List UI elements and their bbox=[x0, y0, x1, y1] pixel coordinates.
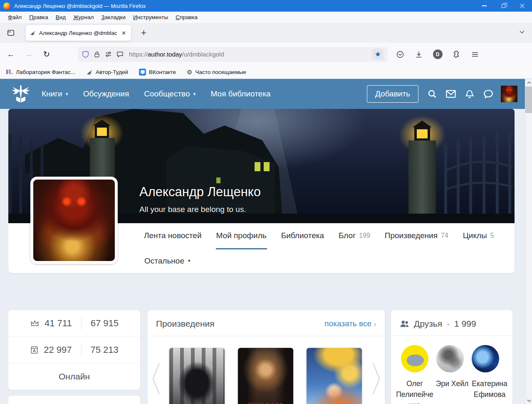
hamburger-icon bbox=[471, 51, 479, 58]
friends-names: Олег Пелипейченко Эри Хейл Екатерина Ефи… bbox=[391, 372, 512, 404]
bookmark-author-today[interactable]: Автор-Тудей bbox=[86, 69, 128, 76]
nav-my-library[interactable]: Моя библиотека bbox=[211, 89, 271, 99]
url-scheme: https:// bbox=[129, 51, 148, 58]
comments-button[interactable] bbox=[483, 89, 493, 99]
messages-button[interactable] bbox=[446, 90, 456, 98]
tab-blog[interactable]: Блог199 bbox=[338, 223, 371, 249]
new-tab-button[interactable]: + bbox=[138, 27, 150, 38]
menu-file[interactable]: Файл bbox=[4, 12, 25, 22]
scroll-up-button[interactable] bbox=[525, 79, 532, 86]
bookmark-label: Лаборатория Фантас... bbox=[16, 69, 75, 75]
firefox-view-button[interactable] bbox=[4, 26, 17, 39]
tab-more[interactable]: Остальное▾ bbox=[144, 256, 190, 266]
menu-edit[interactable]: Правка bbox=[25, 12, 52, 22]
bookmark-fantlab[interactable]: FL Лаборатория Фантас... bbox=[6, 69, 75, 75]
page-scrollbar[interactable] bbox=[525, 79, 532, 404]
restore-icon bbox=[502, 4, 505, 8]
app-menu-button[interactable] bbox=[468, 48, 482, 61]
notifications-button[interactable] bbox=[465, 89, 474, 99]
lock-icon[interactable] bbox=[94, 51, 100, 58]
menu-tools[interactable]: Инструменты bbox=[129, 12, 172, 22]
menu-history[interactable]: Журнал bbox=[69, 12, 97, 22]
book-cover[interactable]: ГОРОД ЗЛА bbox=[238, 348, 293, 404]
friend-name[interactable]: Олег Пелипейченко bbox=[396, 378, 433, 404]
stats-row-library: 22 997 75 213 bbox=[8, 337, 140, 363]
carousel-next-button[interactable] bbox=[371, 360, 382, 399]
window-title: Александр Лещенко @dmblackgold — Mozilla… bbox=[14, 3, 146, 9]
friend-name[interactable]: Екатерина Ефимова bbox=[471, 378, 508, 404]
tab-works[interactable]: Произведения74 bbox=[384, 223, 449, 249]
friend-avatar[interactable] bbox=[436, 345, 464, 372]
works-carousel: 13 НЕСЧАСТЛИВЫХ ФАКТОВ О ЧИСЛЕ ЗВЕРЯ ГОР… bbox=[148, 336, 385, 404]
permissions-icon[interactable] bbox=[105, 51, 112, 58]
menu-help[interactable]: Справка bbox=[172, 12, 201, 22]
friends-icon bbox=[399, 320, 409, 328]
menu-bar: Файл Правка Вид Журнал Закладки Инструме… bbox=[0, 12, 532, 23]
friends-avatars bbox=[391, 336, 512, 372]
scroll-down-button[interactable] bbox=[525, 397, 532, 404]
friends-header: Друзья · 1 999 bbox=[391, 310, 512, 335]
bookmark-star-icon[interactable]: ★ bbox=[372, 49, 384, 60]
tab-close-icon[interactable]: ✕ bbox=[120, 30, 127, 37]
profile-tabs-row2: Остальное▾ bbox=[144, 249, 190, 272]
chevron-left-icon bbox=[150, 360, 162, 397]
reload-button[interactable]: ↻ bbox=[40, 47, 54, 62]
tab-my-profile[interactable]: Мой профиль bbox=[216, 223, 267, 249]
nav-books[interactable]: Книги▾ bbox=[42, 89, 68, 99]
caret-down-icon: ▾ bbox=[188, 259, 191, 263]
scrollbar-thumb[interactable] bbox=[525, 86, 532, 113]
search-button[interactable] bbox=[428, 89, 437, 99]
show-all-link[interactable]: показать все› bbox=[324, 319, 376, 329]
extensions-button[interactable] bbox=[450, 48, 463, 61]
bookmark-label: ВКонтакте bbox=[149, 69, 176, 75]
nav-community[interactable]: Сообщество▾ bbox=[144, 89, 195, 99]
tab-title: Александр Лещенко @dmblac bbox=[39, 30, 117, 36]
url-path: /u/dmblackgold bbox=[182, 51, 224, 58]
menu-view[interactable]: Вид bbox=[52, 12, 69, 22]
chat-bubble-icon bbox=[483, 89, 493, 99]
tab-news-feed[interactable]: Лента новостей bbox=[144, 223, 202, 249]
forward-button[interactable]: → bbox=[22, 47, 36, 62]
left-sidebar: 41 711 67 915 22 997 75 213 Онлайн bbox=[8, 310, 140, 404]
back-button[interactable]: ← bbox=[4, 47, 18, 62]
account-button[interactable]: D bbox=[431, 48, 444, 61]
pocket-button[interactable] bbox=[393, 48, 407, 61]
chevron-right-icon: › bbox=[374, 319, 376, 329]
bookmark-most-visited[interactable]: ⚙ Часто посещаемые bbox=[187, 69, 246, 76]
bookmark-vk[interactable]: ВКонтакте bbox=[139, 69, 176, 76]
book-cover[interactable]: УГАДАЙ, КАКОГО ЦВЕТА ТРУСИКИ НА МНЕ? bbox=[307, 348, 362, 404]
friend-avatar[interactable] bbox=[401, 345, 428, 372]
tab-cycles[interactable]: Циклы5 bbox=[463, 223, 495, 249]
close-button[interactable] bbox=[513, 0, 532, 12]
url-bar[interactable]: https://author.today/u/dmblackgold ★ bbox=[78, 47, 388, 62]
toolbar-buttons: D bbox=[393, 48, 482, 61]
url-text: https://author.today/u/dmblackgold bbox=[129, 51, 224, 58]
user-avatar[interactable] bbox=[501, 86, 517, 102]
carousel-prev-button[interactable] bbox=[150, 360, 162, 399]
nav-discussions[interactable]: Обсуждения bbox=[83, 89, 129, 99]
site-nav: Книги▾ Обсуждения Сообщество▾ Моя библио… bbox=[42, 89, 270, 99]
tracking-shield-icon[interactable] bbox=[82, 51, 89, 58]
menu-bookmarks[interactable]: Закладки bbox=[98, 12, 129, 22]
friend-avatar[interactable] bbox=[472, 345, 499, 372]
restore-button[interactable] bbox=[494, 0, 513, 12]
add-button[interactable]: Добавить bbox=[367, 85, 418, 103]
bell-icon bbox=[465, 89, 474, 99]
author-today-logo[interactable] bbox=[11, 84, 31, 104]
profile-tabs: Лента новостей Мой профиль Библиотека Бл… bbox=[144, 223, 495, 249]
crown-icon bbox=[30, 319, 40, 328]
page-viewport: Книги▾ Обсуждения Сообщество▾ Моя библио… bbox=[0, 79, 525, 404]
book-cover[interactable]: 13 НЕСЧАСТЛИВЫХ ФАКТОВ О ЧИСЛЕ ЗВЕРЯ bbox=[169, 348, 225, 404]
stat-value: 41 711 bbox=[45, 318, 72, 329]
caret-down-icon: ▾ bbox=[66, 91, 68, 96]
tab-library[interactable]: Библиотека bbox=[281, 223, 324, 249]
list-all-tabs-button[interactable] bbox=[519, 29, 525, 37]
page-message-icon[interactable] bbox=[116, 51, 124, 58]
site-header: Книги▾ Обсуждения Сообщество▾ Моя библио… bbox=[0, 79, 525, 109]
profile-avatar[interactable] bbox=[30, 177, 118, 264]
friend-name[interactable]: Эри Хейл bbox=[433, 378, 471, 404]
downloads-button[interactable] bbox=[412, 48, 426, 61]
firefox-view-icon bbox=[7, 29, 15, 37]
browser-tab-active[interactable]: Александр Лещенко @dmblac ✕ bbox=[26, 25, 131, 41]
minimize-button[interactable] bbox=[475, 0, 494, 12]
